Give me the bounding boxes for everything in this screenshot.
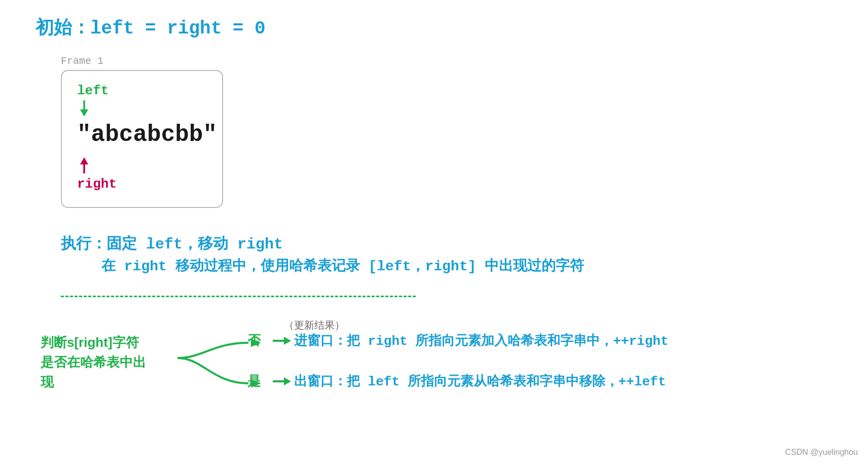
watermark: CSDN @yuelinghou [785,448,858,457]
dashed-separator [61,296,416,297]
yes-label-text: 是 [247,373,261,388]
no-action-area: 进窗口：把 right 所指向元素加入哈希表和字串中，++right [273,332,668,349]
no-arrow-icon [273,334,291,348]
judge-label: 判断s[right]字符 是否在哈希表中出现 [41,333,152,392]
yes-action-area: 出窗口：把 left 所指向元素从哈希表和字串中移除，++left [273,372,666,390]
frame-box: left "abcabcbb" right [61,70,223,208]
branch-area: 否 是 （更新结果） 进窗口：把 right 所指向元素加入哈希表和字串中，++… [162,317,838,429]
arrow-up-icon [77,157,207,173]
yes-label: 是 [247,372,261,390]
judge-label-text: 判断s[right]字符 是否在哈希表中出现 [41,335,146,389]
left-label: left [77,83,207,98]
yes-action-text: 出窗口：把 left 所指向元素从哈希表和字串中移除，++left [294,372,666,390]
arrow-down-icon [77,100,207,117]
right-label: right [77,176,207,192]
no-action-text: 进窗口：把 right 所指向元素加入哈希表和字串中，++right [294,332,668,349]
string-value: "abcabcbb" [77,122,207,148]
execute-line2: 在 right 移动过程中，使用哈希表记录 [left，right] 中出现过的… [101,256,838,275]
bottom-section: 判断s[right]字符 是否在哈希表中出现 否 是 （更新结果） [30,302,838,429]
no-label-text: 否 [247,333,261,348]
frame-container: Frame 1 left "abcabcbb" right [61,55,838,208]
svg-marker-1 [80,110,88,117]
svg-marker-3 [80,157,88,164]
yes-arrow-icon [273,374,291,388]
title: 初始：left = right = 0 [35,15,838,40]
frame-label: Frame 1 [61,55,838,67]
execute-line1: 执行：固定 left，移动 right [61,233,838,254]
update-hint: （更新结果） [284,318,345,332]
svg-marker-7 [284,337,291,345]
svg-marker-9 [284,377,291,385]
no-label: 否 [247,332,261,349]
execute-section: 执行：固定 left，移动 right 在 right 移动过程中，使用哈希表记… [61,233,838,275]
